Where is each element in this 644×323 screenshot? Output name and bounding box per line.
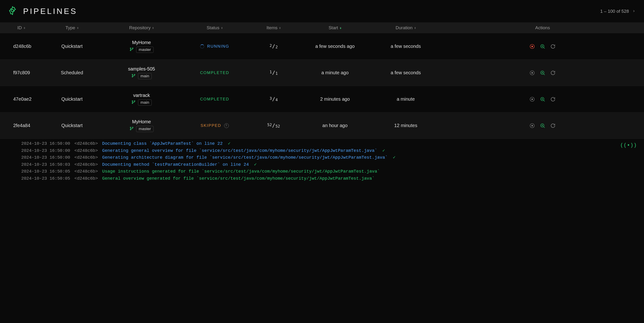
cell-id: 2fe4a84 <box>0 123 42 128</box>
log-hash: <d248c6b> <box>74 154 98 161</box>
check-icon: ✓ <box>228 141 230 146</box>
sort-icon <box>24 27 25 29</box>
cell-type: Quickstart <box>42 123 102 128</box>
sort-icon <box>77 27 78 29</box>
svg-point-29 <box>130 129 131 130</box>
log-hash: <d248c6b> <box>74 147 98 154</box>
log-panel: ((•)) 2024-10-23 16:50:00<d248c6b>Docume… <box>0 139 644 185</box>
log-line: 2024-10-23 16:50:03<d248c6b>Documenting … <box>21 161 623 168</box>
col-status[interactable]: Status <box>182 25 248 30</box>
cell-status: SKIPPED? <box>182 123 248 128</box>
col-type[interactable]: Type <box>42 25 102 30</box>
stop-button[interactable] <box>529 96 535 102</box>
status-label: SKIPPED <box>200 123 221 128</box>
cell-start: an hour ago <box>300 123 370 128</box>
log-timestamp: 2024-10-23 16:50:00 <box>21 154 70 161</box>
cell-repository: MyHomemaster <box>102 40 182 53</box>
cell-status: COMPLETED <box>182 97 248 102</box>
cell-id: f97c809 <box>0 70 42 75</box>
col-actions: Actions <box>441 25 644 30</box>
live-indicator-icon[interactable]: ((•)) <box>620 141 637 149</box>
stop-button[interactable] <box>529 70 535 76</box>
stop-button[interactable] <box>529 123 535 129</box>
retry-button[interactable] <box>550 70 556 76</box>
repo-name: MyHome <box>132 119 151 124</box>
table-row[interactable]: 2fe4a84QuickstartMyHomemasterSKIPPED?52/… <box>0 112 644 139</box>
sort-icon <box>152 27 154 29</box>
log-message: Documenting method `testParamCreationBui… <box>102 161 257 168</box>
svg-rect-32 <box>532 125 533 126</box>
cell-actions <box>441 123 644 129</box>
git-branch-icon <box>132 100 136 105</box>
stop-button[interactable] <box>529 43 535 49</box>
svg-line-9 <box>544 47 545 48</box>
zoom-in-button[interactable] <box>540 123 546 129</box>
retry-button[interactable] <box>550 123 556 129</box>
svg-rect-23 <box>532 99 533 100</box>
svg-point-19 <box>132 100 133 101</box>
zoom-in-button[interactable] <box>540 43 546 49</box>
svg-line-27 <box>544 100 545 101</box>
status-label: RUNNING <box>207 44 229 49</box>
chevron-right-icon[interactable] <box>632 8 636 14</box>
table-row[interactable]: f97c809Scheduledsamples-505mainCOMPLETED… <box>0 60 644 86</box>
svg-point-2 <box>130 50 131 51</box>
retry-button[interactable] <box>550 96 556 102</box>
col-start[interactable]: Start <box>300 25 370 30</box>
cell-duration: a few seconds <box>370 44 441 49</box>
log-message: Generating architecture diagram for file… <box>102 154 395 161</box>
svg-point-28 <box>130 127 131 128</box>
log-message: Usage instructions generated for file `s… <box>102 168 380 175</box>
svg-point-20 <box>132 103 133 103</box>
sort-icon <box>414 27 416 29</box>
col-repository[interactable]: Repository <box>102 25 182 30</box>
branch-tag: main <box>138 99 152 106</box>
cell-actions <box>441 96 644 102</box>
repo-name: samples-505 <box>128 66 155 72</box>
log-message: General overview generated for file `ser… <box>102 175 374 182</box>
git-branch-icon <box>132 73 136 79</box>
log-message: Documenting class `AppJwtParamTest` on l… <box>102 140 230 147</box>
cell-id: 47e0ae2 <box>0 96 42 102</box>
svg-rect-5 <box>532 46 533 47</box>
check-icon: ✓ <box>393 155 395 160</box>
retry-button[interactable] <box>550 43 556 49</box>
table-row[interactable]: 47e0ae2QuickstartvartrackmainCOMPLETED3/… <box>0 86 644 112</box>
svg-line-36 <box>544 127 545 128</box>
cell-items: 2/2 <box>248 43 300 49</box>
git-branch-icon <box>130 47 134 52</box>
log-timestamp: 2024-10-23 16:50:00 <box>21 140 70 147</box>
col-duration[interactable]: Duration <box>370 25 441 30</box>
page-title: PIPELINES <box>23 6 77 16</box>
log-line: 2024-10-23 16:50:00<d248c6b>Generating a… <box>21 154 623 161</box>
cell-duration: 12 minutes <box>370 123 441 128</box>
svg-point-1 <box>130 48 131 48</box>
sort-icon <box>340 27 341 29</box>
zoom-in-button[interactable] <box>540 96 546 102</box>
cell-id: d248c6b <box>0 44 42 49</box>
status-label: COMPLETED <box>200 97 229 102</box>
svg-line-18 <box>544 74 545 75</box>
sort-icon <box>221 27 223 29</box>
sort-icon <box>279 27 281 29</box>
log-line: 2024-10-23 16:50:05<d248c6b>Usage instru… <box>21 168 623 175</box>
svg-rect-14 <box>532 72 533 73</box>
zoom-in-button[interactable] <box>540 70 546 76</box>
svg-point-0 <box>11 9 14 12</box>
check-icon: ✓ <box>254 162 257 167</box>
app-header: PIPELINES 1 – 100 of 528 <box>0 0 644 22</box>
gear-icon <box>8 6 18 17</box>
col-id[interactable]: ID <box>0 25 42 30</box>
log-line: 2024-10-23 16:50:00<d248c6b>Documenting … <box>21 140 623 147</box>
cell-type: Quickstart <box>42 96 102 102</box>
log-timestamp: 2024-10-23 16:50:00 <box>21 147 70 154</box>
table-row[interactable]: d248c6bQuickstartMyHomemasterRUNNING2/2a… <box>0 33 644 60</box>
log-line: 2024-10-23 16:50:00<d248c6b>Generating g… <box>21 147 623 154</box>
cell-items: 1/1 <box>248 70 300 76</box>
cell-actions <box>441 70 644 76</box>
col-items[interactable]: Items <box>248 25 300 30</box>
branch-tag: master <box>136 47 154 53</box>
help-icon[interactable]: ? <box>224 123 229 128</box>
table-header-row: ID Type Repository Status Items Start <box>0 22 644 33</box>
log-hash: <d248c6b> <box>74 161 98 168</box>
